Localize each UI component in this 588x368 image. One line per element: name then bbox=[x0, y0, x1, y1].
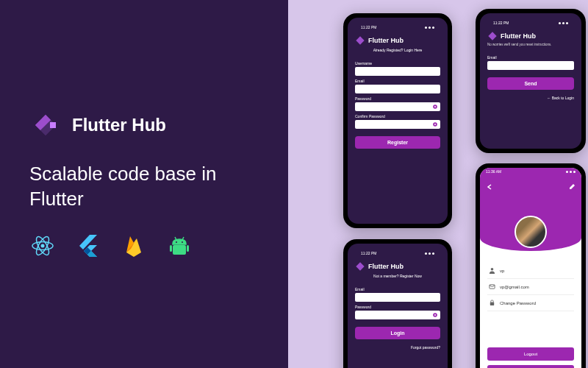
confirm-password-input[interactable] bbox=[355, 120, 440, 129]
svg-point-16 bbox=[434, 124, 436, 125]
change-password-label: Change Password bbox=[500, 301, 536, 305]
hero-panel: Flutter Hub Scalable code base in Flutte… bbox=[0, 0, 288, 368]
visibility-icon[interactable] bbox=[432, 104, 438, 110]
avatar-section bbox=[480, 198, 581, 251]
phone-register: 11:22 PM Flutter Hub Already Registed? L… bbox=[343, 13, 452, 228]
profile-list: vp vp@gmail.com Change Password bbox=[480, 251, 581, 343]
visibility-icon[interactable] bbox=[432, 312, 438, 318]
back-to-login-link[interactable]: ← Back to Login bbox=[487, 96, 574, 100]
forgot-password-link[interactable]: Forgot password? bbox=[355, 345, 440, 350]
username-label: Username bbox=[355, 61, 440, 66]
password-input[interactable] bbox=[355, 102, 440, 111]
email-icon bbox=[489, 283, 495, 290]
send-button[interactable]: Send bbox=[487, 77, 574, 90]
profile-header bbox=[480, 175, 581, 199]
person-icon bbox=[489, 267, 495, 274]
phone-profile: 11:36 AM vp vp@gmail.com Change Password… bbox=[476, 163, 586, 368]
svg-point-11 bbox=[182, 241, 183, 243]
profile-name-value: vp bbox=[500, 269, 504, 273]
register-link-text[interactable]: Not a member? Register Now bbox=[355, 274, 440, 278]
password-label: Password bbox=[355, 96, 440, 101]
profile-email-row: vp@gmail.com bbox=[487, 279, 574, 295]
flutter-hub-logo-icon bbox=[29, 109, 62, 141]
email-label: Email bbox=[487, 55, 574, 60]
email-input[interactable] bbox=[355, 293, 440, 302]
svg-rect-2 bbox=[50, 122, 56, 128]
phone-reset: 11:22 PM Flutter Hub No worries we'll se… bbox=[476, 9, 586, 153]
password-label: Password bbox=[355, 305, 440, 309]
login-link-text[interactable]: Already Registed? Login Here bbox=[355, 48, 440, 52]
brand-name: Flutter Hub bbox=[72, 115, 166, 135]
profile-email-value: vp@gmail.com bbox=[500, 285, 529, 289]
app-header: Flutter Hub bbox=[355, 35, 440, 46]
edit-icon[interactable] bbox=[568, 183, 576, 191]
reset-instructions: No worries we'll send you reset instruct… bbox=[487, 43, 574, 46]
username-input[interactable] bbox=[355, 67, 440, 76]
svg-point-10 bbox=[176, 241, 177, 243]
svg-point-3 bbox=[41, 244, 45, 247]
profile-buttons: Logout Delete Account bbox=[480, 343, 581, 368]
app-header: Flutter Hub bbox=[487, 31, 574, 41]
svg-rect-17 bbox=[488, 32, 496, 40]
app-title: Flutter Hub bbox=[501, 32, 536, 40]
login-button[interactable]: Login bbox=[355, 327, 440, 339]
back-arrow-icon[interactable] bbox=[486, 183, 493, 191]
tech-icons-row bbox=[29, 233, 259, 259]
visibility-icon[interactable] bbox=[432, 121, 438, 127]
flutter-hub-logo-icon bbox=[355, 35, 365, 46]
mockups-panel: 11:22 PM Flutter Hub Already Registed? L… bbox=[288, 0, 588, 368]
register-button[interactable]: Register bbox=[355, 136, 440, 149]
firebase-icon bbox=[121, 233, 147, 259]
svg-rect-7 bbox=[173, 245, 186, 255]
email-label: Email bbox=[355, 287, 440, 291]
confirm-password-label: Confirm Password bbox=[355, 114, 440, 118]
svg-rect-18 bbox=[356, 262, 364, 270]
logout-button[interactable]: Logout bbox=[487, 347, 574, 361]
svg-rect-23 bbox=[490, 302, 494, 306]
password-input[interactable] bbox=[355, 311, 440, 319]
email-input[interactable] bbox=[355, 85, 440, 93]
react-icon bbox=[29, 233, 56, 259]
email-label: Email bbox=[355, 79, 440, 83]
svg-point-21 bbox=[491, 268, 494, 271]
svg-point-14 bbox=[434, 106, 436, 107]
flutter-icon bbox=[75, 233, 101, 259]
tagline: Scalable code base in Flutter bbox=[29, 162, 259, 212]
svg-rect-12 bbox=[356, 36, 364, 44]
status-bar: 11:36 AM bbox=[480, 168, 581, 175]
brand-row: Flutter Hub bbox=[29, 109, 259, 141]
svg-rect-9 bbox=[187, 245, 189, 252]
lock-icon bbox=[489, 300, 495, 306]
phone-login: 11:22 PM Flutter Hub Not a member? Regis… bbox=[343, 239, 452, 368]
flutter-hub-logo-icon bbox=[355, 261, 365, 272]
profile-name-row: vp bbox=[487, 263, 574, 279]
status-bar: 11:22 PM bbox=[355, 250, 440, 257]
delete-account-button[interactable]: Delete Account bbox=[487, 365, 574, 368]
status-bar: 11:22 PM bbox=[487, 19, 574, 26]
email-input[interactable] bbox=[487, 61, 574, 70]
avatar[interactable] bbox=[514, 216, 547, 248]
app-title: Flutter Hub bbox=[368, 263, 404, 270]
svg-rect-8 bbox=[170, 245, 172, 252]
svg-point-20 bbox=[434, 314, 436, 316]
change-password-row[interactable]: Change Password bbox=[487, 295, 574, 311]
flutter-hub-logo-icon bbox=[487, 31, 498, 41]
app-header: Flutter Hub bbox=[355, 261, 440, 272]
app-title: Flutter Hub bbox=[368, 37, 404, 44]
status-bar: 11:22 PM bbox=[355, 24, 440, 31]
android-icon bbox=[166, 233, 193, 259]
